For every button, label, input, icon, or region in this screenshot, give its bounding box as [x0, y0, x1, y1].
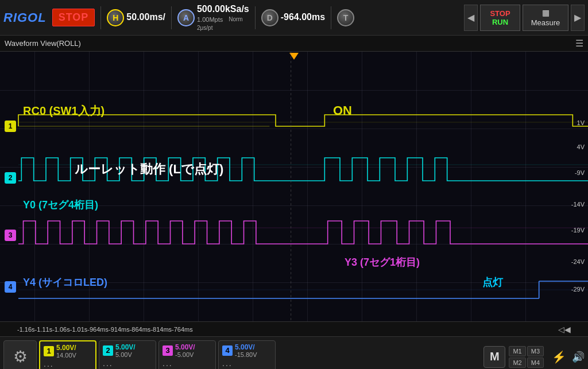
m-buttons-group: M1 M3 M2 M4 [509, 346, 544, 368]
right-controls: ◀ STOP RUN ▦ Measure ▶ [464, 5, 585, 31]
h-circle-btn[interactable]: H [107, 9, 124, 26]
separator [100, 6, 101, 29]
waveform-svg [0, 52, 588, 321]
stop-text: STOP [490, 9, 510, 18]
time-label-7: -814ms [150, 326, 172, 333]
ch2-info-box[interactable]: 2 5.00V/ 5.00V ··· [99, 340, 156, 370]
d-circle-btn[interactable]: D [261, 9, 278, 26]
t-control[interactable]: T [337, 9, 354, 26]
waveform-title: Waveform View(ROLL) [5, 39, 81, 48]
time-label-0: -1.16s [17, 326, 35, 333]
ch2-number: 2 [103, 345, 113, 356]
waveform-header: Waveform View(ROLL) ☰ [0, 36, 588, 52]
separator4 [331, 6, 331, 29]
hamburger-icon[interactable]: ☰ [575, 38, 583, 49]
d-control[interactable]: D -964.00ms [261, 9, 325, 26]
h-control[interactable]: H 50.00ms/ [107, 9, 165, 26]
ch4-volt: 5.00V/ [235, 343, 257, 351]
time-label-5: -914ms [109, 326, 130, 333]
usb-icon: ⚡ [552, 350, 566, 364]
ch3-offset: -5.00V [175, 351, 195, 358]
waveform-display: 1 2 3 4 1V 4V -9V -14V -19V -24V -29V R [0, 52, 588, 321]
time-axis: -1.16s -1.11s -1.06s -1.01s -964ms -914m… [0, 321, 588, 336]
stop-run-button[interactable]: STOP RUN [480, 5, 520, 31]
measure-label: Measure [531, 18, 560, 27]
d-value: -964.00ms [281, 11, 325, 24]
bottom-bar: ⚙ 1 5.00V/ 14.00V ··· 2 5.00V/ 5.00V ···… [0, 336, 588, 369]
ch4-info-box[interactable]: 4 5.00V/ -15.80V ··· [218, 340, 276, 370]
m-button[interactable]: M [483, 346, 505, 368]
m2-button[interactable]: M2 [509, 358, 525, 368]
time-label-4: -964ms [87, 326, 109, 333]
ch3-volt: 5.00V/ [175, 343, 195, 351]
time-label-8: -764ms [172, 326, 193, 333]
ch4-number: 4 [222, 345, 233, 356]
h-value: 50.00ms/ [126, 11, 165, 24]
time-label-2: -1.06s [52, 326, 70, 333]
ch3-number: 3 [163, 345, 173, 356]
ch2-offset: 5.00V [115, 351, 136, 358]
ch4-dots: ··· [222, 360, 233, 370]
a-sub3: 2μs/pt [197, 24, 249, 32]
run-text: RUN [492, 18, 508, 26]
ch1-volt: 5.00V/ [56, 344, 76, 352]
gear-button[interactable]: ⚙ [3, 340, 37, 370]
ch3-dots: ··· [163, 360, 173, 370]
top-bar: RIGOL STOP H 50.00ms/ A 500.00kSa/s 1.00… [0, 0, 588, 36]
ch2-dots: ··· [103, 360, 113, 370]
a-control[interactable]: A 500.00kSa/s 1.00Mpts Norm 2μs/pt [177, 3, 249, 31]
time-label-3: -1.01s [70, 326, 88, 333]
m3-button[interactable]: M3 [527, 346, 544, 356]
a-sub1: 1.00Mpts [197, 15, 223, 24]
measure-icon: ▦ [542, 8, 550, 17]
measure-button[interactable]: ▦ Measure [523, 5, 568, 31]
separator2 [171, 6, 172, 29]
m-section: M M1 M3 M2 M4 ⚡ 🔊 [483, 346, 585, 368]
ch4-offset: -15.80V [235, 351, 257, 358]
ch1-number: 1 [44, 346, 54, 356]
stop-button[interactable]: STOP [52, 9, 95, 26]
expand-icon[interactable]: ◁◀ [558, 325, 571, 334]
nav-left-arrow[interactable]: ◀ [464, 5, 478, 31]
m1-button[interactable]: M1 [509, 346, 525, 356]
a-circle-btn[interactable]: A [177, 9, 195, 26]
a-sub2: Norm [229, 15, 242, 24]
ch1-dots: ··· [44, 361, 54, 370]
time-label-1: -1.11s [35, 326, 53, 333]
ch3-info-box[interactable]: 3 5.00V/ -5.00V ··· [158, 340, 216, 370]
ch1-offset: 14.00V [56, 352, 76, 359]
separator3 [255, 6, 256, 29]
rigol-logo: RIGOL [3, 10, 47, 25]
nav-right-arrow[interactable]: ▶ [571, 5, 585, 31]
ch1-info-box[interactable]: 1 5.00V/ 14.00V ··· [39, 340, 96, 370]
a-main: 500.00kSa/s [197, 3, 249, 15]
ch2-volt: 5.00V/ [115, 343, 136, 351]
t-circle-btn[interactable]: T [337, 9, 354, 26]
time-label-6: -864ms [130, 326, 151, 333]
m4-button[interactable]: M4 [527, 358, 544, 368]
speaker-icon: 🔊 [572, 351, 585, 363]
